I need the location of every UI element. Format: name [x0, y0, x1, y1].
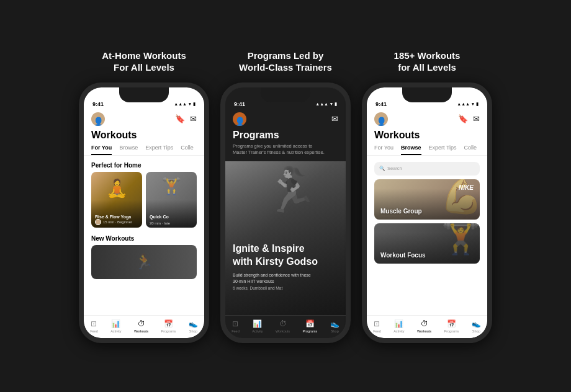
nav-workouts-2[interactable]: ⏱ Workouts [276, 319, 290, 333]
nav-feed-3[interactable]: ⊡ Feed [373, 319, 381, 333]
signal-icon-3: ▲▲▲ [457, 102, 470, 106]
tabs-1: For You Browse Expert Tips Colle [84, 145, 204, 156]
bottom-nav-3: ⊡ Feed 📊 Activity ⏱ Workouts 📅 Programs [367, 315, 487, 338]
programs-title: Programs [225, 128, 346, 143]
wifi-icon-3: ▾ [472, 102, 474, 107]
bookmark-icon-3[interactable]: 🔖 [458, 114, 468, 123]
workouts-title-1: Workouts [84, 128, 204, 145]
bottom-nav-2: ⊡ Feed 📊 Activity ⏱ Workouts 📅 Programs [225, 315, 346, 338]
mail-icon-3[interactable]: ✉ [473, 114, 480, 123]
shop-icon-1: 👟 [189, 319, 198, 328]
signal-icon-2: ▲▲▲ [315, 102, 328, 106]
section-label-new: New Workouts [84, 233, 204, 245]
programs-icon-3: 📅 [447, 319, 456, 328]
phone-2-frame: 9:41 ▲▲▲ ▾ ▮ ✉ Programs Programs giv [220, 82, 351, 343]
status-icons-3: ▲▲▲ ▾ ▮ [457, 102, 479, 107]
panel-3: 185+ Workouts for All Levels 9:41 ▲▲▲ ▾ … [362, 50, 492, 343]
nav-workouts-3[interactable]: ⏱ Workouts [417, 319, 431, 333]
battery-icon-3: ▮ [476, 102, 479, 107]
activity-label-2: Activity [252, 329, 263, 333]
workout-cards-row-1: 🧘 Rise & Flow Yoga 15 min · Beginner 🏋️ … [84, 172, 204, 228]
activity-label-1: Activity [110, 329, 121, 333]
feed-label-2: Feed [232, 329, 240, 333]
battery-icon: ▮ [193, 102, 196, 107]
status-time-3: 9:41 [375, 101, 387, 107]
avatar-1[interactable] [91, 112, 105, 126]
yoga-trainer-avatar [95, 219, 101, 225]
programs-label-3: Programs [444, 329, 459, 333]
program-hero[interactable]: 🏃‍♀️ Ignite & Inspire with Kirsty Godso … [225, 161, 346, 315]
nav-feed-2[interactable]: ⊡ Feed [232, 319, 240, 333]
panel-1-title: At-Home Workouts For All Levels [102, 50, 186, 74]
search-bar-3[interactable]: 🔍 Search [374, 162, 480, 176]
tab-expert-3[interactable]: Expert Tips [429, 145, 457, 155]
battery-icon-2: ▮ [335, 102, 337, 107]
programs-subtitle: Programs give you unlimited access to Ma… [225, 143, 346, 161]
nav-workouts-1[interactable]: ⏱ Workouts [134, 319, 148, 333]
avatar-3[interactable] [374, 112, 388, 126]
status-icons-1: ▲▲▲ ▾ ▮ [174, 102, 196, 107]
workout-focus-label: Workout Focus [380, 252, 426, 259]
quick-card-label: Quick Co [150, 215, 193, 220]
feed-icon-1: ⊡ [91, 319, 97, 328]
programs-label-2: Programs [303, 329, 318, 333]
bookmark-icon[interactable]: 🔖 [175, 114, 185, 123]
tab-browse-1[interactable]: Browse [119, 145, 138, 155]
tab-colle-1[interactable]: Colle [181, 145, 194, 155]
search-placeholder-3: Search [387, 166, 402, 171]
nav-activity-2[interactable]: 📊 Activity [252, 319, 263, 333]
focus-overlay [374, 233, 480, 264]
tab-for-you-3[interactable]: For You [374, 145, 393, 155]
wifi-icon-2: ▾ [330, 102, 333, 107]
search-icon-3: 🔍 [379, 166, 385, 171]
tabs-3: For You Browse Expert Tips Colle [367, 145, 487, 156]
new-workout-card[interactable]: 🏃 [91, 245, 197, 279]
status-bar-1: 9:41 ▲▲▲ ▾ ▮ [84, 96, 204, 110]
quick-card[interactable]: 🏋️ Quick Co 20 min · Inte [146, 172, 197, 228]
feed-icon-2: ⊡ [232, 319, 238, 328]
activity-label-3: Activity [393, 329, 404, 333]
muscle-overlay [374, 189, 480, 220]
yoga-figure: 🧘 [106, 178, 128, 198]
muscle-group-label: Muscle Group [380, 208, 422, 215]
nav-shop-3[interactable]: 👟 Shop [472, 319, 481, 333]
status-icons-2: ▲▲▲ ▾ ▮ [315, 102, 337, 107]
mail-icon[interactable]: ✉ [190, 114, 197, 123]
panel-2-title: Programs Led by World-Class Trainers [239, 50, 332, 74]
hero-title: Ignite & Inspire with Kirsty Godso [233, 243, 338, 269]
app-header-2: ✉ [225, 110, 346, 128]
signal-icon: ▲▲▲ [174, 102, 187, 106]
status-bar-3: 9:41 ▲▲▲ ▾ ▮ [367, 96, 487, 110]
browse-card-focus[interactable]: 🏋️ Workout Focus [374, 223, 480, 264]
nav-feed-1[interactable]: ⊡ Feed [90, 319, 98, 333]
mail-icon-2[interactable]: ✉ [331, 114, 338, 123]
workouts-title-3: Workouts [367, 128, 487, 145]
shop-label-1: Shop [189, 329, 197, 333]
yoga-card[interactable]: 🧘 Rise & Flow Yoga 15 min · Beginner [91, 172, 142, 228]
tab-browse-3[interactable]: Browse [401, 145, 421, 155]
wifi-icon: ▾ [189, 102, 191, 107]
programs-icon-2: 📅 [305, 319, 315, 328]
phone-1-frame: 9:41 ▲▲▲ ▾ ▮ 🔖 ✉ Workouts [79, 82, 209, 343]
header-icons-3: 🔖 ✉ [458, 114, 480, 123]
tab-expert-1[interactable]: Expert Tips [145, 145, 173, 155]
programs-label-1: Programs [161, 329, 176, 333]
avatar-2[interactable] [233, 112, 246, 126]
nav-activity-1[interactable]: 📊 Activity [110, 319, 121, 333]
tab-colle-3[interactable]: Colle [464, 145, 477, 155]
nav-shop-2[interactable]: 👟 Shop [330, 319, 339, 333]
phone-1-screen: 9:41 ▲▲▲ ▾ ▮ 🔖 ✉ Workouts [84, 87, 204, 338]
workouts-label-1: Workouts [134, 329, 148, 333]
app-header-3: 🔖 ✉ [367, 110, 487, 128]
nav-programs-2[interactable]: 📅 Programs [303, 319, 318, 333]
header-icons-1: 🔖 ✉ [175, 114, 197, 123]
nav-shop-1[interactable]: 👟 Shop [189, 319, 198, 333]
nav-programs-1[interactable]: 📅 Programs [161, 319, 176, 333]
quick-card-meta: 20 min · Inte [150, 221, 193, 225]
nav-programs-3[interactable]: 📅 Programs [444, 319, 459, 333]
workouts-icon-2: ⏱ [279, 319, 287, 328]
nav-activity-3[interactable]: 📊 Activity [393, 319, 404, 333]
phone-3-frame: 9:41 ▲▲▲ ▾ ▮ 🔖 ✉ Workouts [362, 82, 492, 343]
tab-for-you-1[interactable]: For You [91, 145, 112, 155]
browse-card-muscle[interactable]: 💪 Muscle Group NIKE [374, 179, 480, 220]
